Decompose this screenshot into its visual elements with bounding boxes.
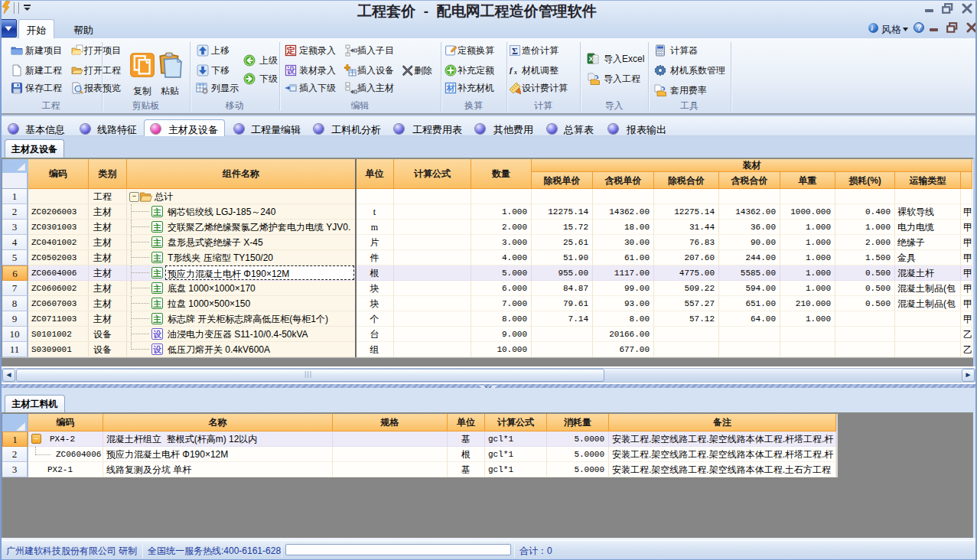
svg-text:x: x [513,69,517,76]
svg-text:定: 定 [286,46,295,55]
svg-text:材: 材 [446,83,456,93]
svg-text:设: 设 [287,66,296,75]
svg-text:f: f [510,65,513,74]
svg-text:X: X [588,55,593,63]
svg-text:Σ: Σ [512,46,518,57]
